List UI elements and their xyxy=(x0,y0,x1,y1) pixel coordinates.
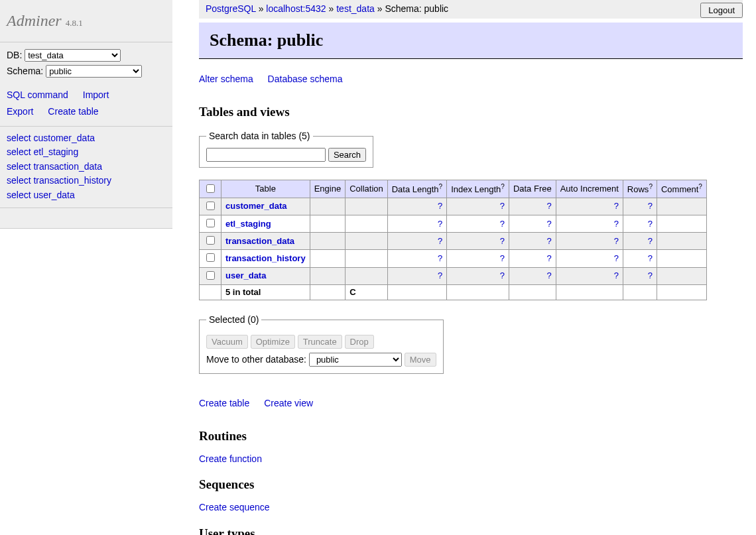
col-comment[interactable]: Comment? xyxy=(657,180,706,198)
total-collation: C xyxy=(346,284,388,300)
rows-link[interactable]: ? xyxy=(648,270,653,280)
app-home-link[interactable]: Adminer xyxy=(7,12,62,29)
tables-heading: Tables and views xyxy=(199,105,743,119)
sidebar: Adminer 4.8.1 DB: test_data Schema: publ… xyxy=(0,0,172,229)
rows-link[interactable]: ? xyxy=(648,253,653,263)
table-row: transaction_data ????? xyxy=(200,233,707,250)
row-checkbox[interactable] xyxy=(206,236,215,245)
rows-link[interactable]: ? xyxy=(648,201,653,211)
auto-increment-link[interactable]: ? xyxy=(614,219,619,229)
table-name-link[interactable]: user_data xyxy=(225,270,266,280)
create-table-link[interactable]: Create table xyxy=(199,398,249,408)
col-rows[interactable]: Rows? xyxy=(623,180,657,198)
data-length-link[interactable]: ? xyxy=(438,253,442,263)
data-free-link[interactable]: ? xyxy=(546,236,551,246)
index-length-link[interactable]: ? xyxy=(500,253,505,263)
create-view-link[interactable]: Create view xyxy=(264,398,313,408)
move-label: Move to other database: xyxy=(206,354,306,365)
sidebar-tables: select customer_data select etl_staging … xyxy=(0,126,172,208)
col-engine[interactable]: Engine xyxy=(310,180,345,198)
breadcrumb-server[interactable]: localhost:5432 xyxy=(266,3,326,14)
search-button[interactable] xyxy=(328,148,366,162)
auto-increment-link[interactable]: ? xyxy=(614,270,619,280)
data-free-link[interactable]: ? xyxy=(546,270,551,280)
db-select[interactable]: test_data xyxy=(25,49,121,62)
help-icon[interactable]: ? xyxy=(439,183,443,190)
col-table[interactable]: Table xyxy=(221,180,310,198)
app-version: 4.8.1 xyxy=(66,18,83,28)
rows-link[interactable]: ? xyxy=(648,219,653,229)
row-checkbox[interactable] xyxy=(206,271,215,280)
auto-increment-link[interactable]: ? xyxy=(614,236,619,246)
main: PostgreSQL » localhost:5432 » test_data … xyxy=(186,0,756,535)
row-checkbox[interactable] xyxy=(206,202,215,210)
col-auto-increment[interactable]: Auto Increment xyxy=(556,180,623,198)
search-input[interactable] xyxy=(206,148,326,162)
optimize-button[interactable] xyxy=(251,335,295,349)
breadcrumb: PostgreSQL » localhost:5432 » test_data … xyxy=(199,0,743,19)
import-link[interactable]: Import xyxy=(83,89,109,100)
data-length-link[interactable]: ? xyxy=(438,219,442,229)
truncate-button[interactable] xyxy=(298,335,342,349)
breadcrumb-db[interactable]: test_data xyxy=(336,3,375,14)
table-name-link[interactable]: customer_data xyxy=(225,201,286,211)
logout-button[interactable] xyxy=(700,3,743,18)
auto-increment-link[interactable]: ? xyxy=(614,253,619,263)
select-all-checkbox[interactable] xyxy=(206,184,215,193)
alter-schema-link[interactable]: Alter schema xyxy=(199,74,253,84)
sidebar-table-link[interactable]: select transaction_history xyxy=(7,174,166,188)
schema-select[interactable]: public xyxy=(46,65,142,78)
data-length-link[interactable]: ? xyxy=(438,270,442,280)
data-free-link[interactable]: ? xyxy=(546,201,551,211)
rows-link[interactable]: ? xyxy=(648,236,653,246)
routines-heading: Routines xyxy=(199,429,743,444)
table-row: user_data ????? xyxy=(200,267,707,284)
help-icon[interactable]: ? xyxy=(501,183,505,190)
vacuum-button[interactable] xyxy=(206,335,248,349)
selected-fieldset: Selected (0) Move to other database: pub… xyxy=(199,314,444,374)
sidebar-table-link[interactable]: select user_data xyxy=(7,189,166,202)
db-form: DB: test_data Schema: public xyxy=(0,42,172,84)
auto-increment-link[interactable]: ? xyxy=(614,201,619,211)
help-icon[interactable]: ? xyxy=(649,183,653,190)
create-sequence-link[interactable]: Create sequence xyxy=(199,502,270,512)
table-name-link[interactable]: transaction_data xyxy=(225,236,294,246)
export-link[interactable]: Export xyxy=(7,106,33,117)
index-length-link[interactable]: ? xyxy=(500,219,505,229)
sequences-heading: Sequences xyxy=(199,477,743,492)
row-checkbox[interactable] xyxy=(206,253,215,262)
index-length-link[interactable]: ? xyxy=(500,201,505,211)
create-function-link[interactable]: Create function xyxy=(199,453,262,464)
create-table-link[interactable]: Create table xyxy=(48,106,98,117)
data-length-link[interactable]: ? xyxy=(438,236,442,246)
table-name-link[interactable]: etl_staging xyxy=(225,219,271,229)
total-label: 5 in total xyxy=(221,284,310,300)
col-data-length[interactable]: Data Length? xyxy=(387,180,446,198)
breadcrumb-driver[interactable]: PostgreSQL xyxy=(206,3,256,14)
move-button[interactable] xyxy=(405,353,436,367)
sql-command-link[interactable]: SQL command xyxy=(7,89,68,100)
sidebar-table-link[interactable]: select transaction_data xyxy=(7,160,166,174)
move-select[interactable]: public xyxy=(309,353,402,367)
row-checkbox[interactable] xyxy=(206,219,215,227)
schema-label: Schema: xyxy=(7,66,43,76)
col-index-length[interactable]: Index Length? xyxy=(447,180,509,198)
search-fieldset: Search data in tables (5) xyxy=(199,130,373,168)
table-row: customer_data ????? xyxy=(200,198,707,215)
data-free-link[interactable]: ? xyxy=(546,253,551,263)
table-name-link[interactable]: transaction_history xyxy=(225,253,306,263)
drop-button[interactable] xyxy=(345,335,374,349)
help-icon[interactable]: ? xyxy=(698,183,702,190)
sidebar-table-link[interactable]: select customer_data xyxy=(7,132,166,145)
data-free-link[interactable]: ? xyxy=(546,219,551,229)
col-data-free[interactable]: Data Free xyxy=(509,180,556,198)
index-length-link[interactable]: ? xyxy=(500,270,505,280)
sidebar-table-link[interactable]: select etl_staging xyxy=(7,146,166,159)
database-schema-link[interactable]: Database schema xyxy=(268,74,343,84)
index-length-link[interactable]: ? xyxy=(500,236,505,246)
search-legend: Search data in tables (5) xyxy=(206,130,313,143)
data-length-link[interactable]: ? xyxy=(438,201,442,211)
table-row: transaction_history ????? xyxy=(200,250,707,267)
col-collation[interactable]: Collation xyxy=(346,180,388,198)
tables-table: Table Engine Collation Data Length? Inde… xyxy=(199,180,707,300)
